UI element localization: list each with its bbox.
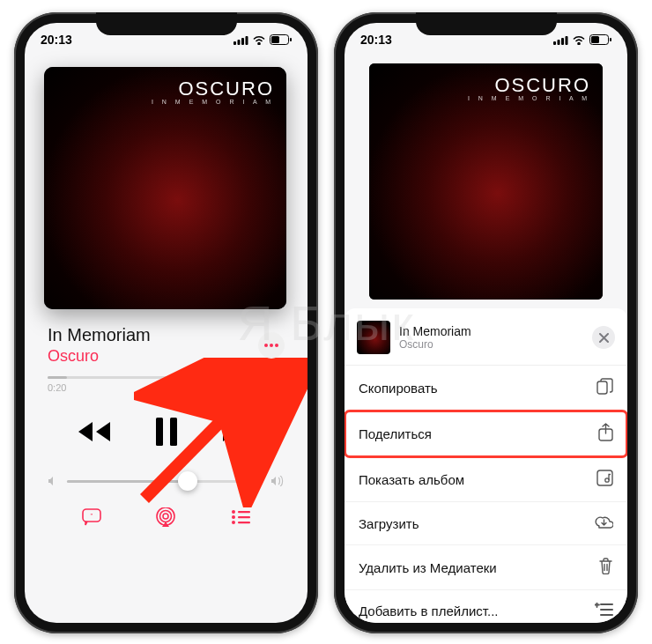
svg-rect-24 xyxy=(553,41,556,45)
menu-item-label: Поделиться xyxy=(359,426,432,441)
mini-album-art xyxy=(357,321,390,354)
album-subtitle: I N M E M O R I A M xyxy=(468,95,590,101)
menu-item-download[interactable]: Загрузить xyxy=(345,502,627,545)
copy-icon xyxy=(596,378,613,397)
screen-left: 20:13 OSCURO I N M E M O R I A M In Memo… xyxy=(25,23,307,623)
svg-point-15 xyxy=(160,511,172,522)
screen-right: 20:13 OSCURO I N M E M O R I A M In Memo… xyxy=(345,23,627,623)
album-subtitle: I N M E M O R I A M xyxy=(152,99,274,105)
rewind-icon xyxy=(77,420,112,443)
phone-frame-left: 20:13 OSCURO I N M E M O R I A M In Memo… xyxy=(14,12,318,633)
menu-item-share[interactable]: Поделиться xyxy=(345,411,627,457)
rewind-button[interactable] xyxy=(77,420,112,443)
track-title: In Memoriam xyxy=(48,325,151,345)
menu-item-label: Показать альбом xyxy=(359,472,464,487)
svg-rect-36 xyxy=(600,609,613,611)
close-button[interactable] xyxy=(592,326,615,349)
download-icon xyxy=(595,514,613,532)
forward-button[interactable] xyxy=(221,420,256,443)
svg-point-7 xyxy=(264,344,268,347)
svg-rect-22 xyxy=(238,522,250,523)
close-icon xyxy=(599,333,609,343)
cellular-icon xyxy=(233,35,248,45)
queue-button[interactable] xyxy=(231,510,250,524)
menu-item-label: Удалить из Медиатеки xyxy=(359,560,497,575)
svg-rect-6 xyxy=(290,38,292,41)
status-indicators xyxy=(553,34,611,45)
cellular-icon xyxy=(553,35,568,45)
status-indicators xyxy=(233,34,292,45)
airplay-icon xyxy=(155,507,176,527)
pause-button[interactable] xyxy=(154,418,179,446)
notch xyxy=(96,12,237,35)
album-art-background: OSCURO I N M E M O R I A M xyxy=(369,63,603,300)
battery-icon xyxy=(589,34,611,45)
menu-item-trash[interactable]: Удалить из Медиатеки xyxy=(345,545,627,590)
menu-item-label: Добавить в плейлист... xyxy=(359,603,499,618)
svg-rect-0 xyxy=(233,41,236,45)
trash-icon xyxy=(598,558,613,577)
menu-item-label: Скопировать xyxy=(359,381,438,396)
svg-rect-37 xyxy=(600,614,613,616)
track-artist[interactable]: Oscuro xyxy=(48,347,151,366)
svg-rect-18 xyxy=(238,511,250,513)
svg-rect-1 xyxy=(238,40,241,45)
svg-rect-30 xyxy=(610,38,611,41)
menu-item-label: Загрузить xyxy=(359,516,419,531)
share-icon xyxy=(598,423,613,444)
svg-point-8 xyxy=(270,344,273,347)
more-button[interactable] xyxy=(258,332,285,359)
svg-point-19 xyxy=(232,515,235,519)
sheet-subtitle: Oscuro xyxy=(399,338,471,351)
svg-rect-29 xyxy=(591,36,599,43)
wifi-icon xyxy=(252,35,266,45)
lyrics-icon: " xyxy=(82,508,101,526)
album-logo: OSCURO xyxy=(468,74,590,97)
svg-rect-25 xyxy=(558,40,560,45)
time-elapsed: 0:20 xyxy=(48,382,66,393)
album-art-large[interactable]: OSCURO I N M E M O R I A M xyxy=(44,67,286,309)
svg-rect-10 xyxy=(156,418,163,446)
status-time: 20:13 xyxy=(360,33,392,47)
menu-item-copy[interactable]: Скопировать xyxy=(345,366,627,411)
playlist-icon xyxy=(595,603,613,619)
volume-high-icon xyxy=(270,476,285,486)
svg-rect-5 xyxy=(271,36,279,43)
lyrics-button[interactable]: " xyxy=(82,508,101,526)
album-logo: OSCURO xyxy=(152,78,274,100)
phone-frame-right: 20:13 OSCURO I N M E M O R I A M In Memo… xyxy=(334,12,638,633)
battery-icon xyxy=(270,34,292,45)
svg-rect-26 xyxy=(561,38,564,45)
progress-slider[interactable]: 0:20 -3:58 xyxy=(25,373,307,393)
svg-rect-11 xyxy=(170,418,177,446)
volume-slider[interactable] xyxy=(25,458,307,486)
menu-item-playlist[interactable]: Добавить в плейлист... xyxy=(345,590,627,623)
ellipsis-icon xyxy=(264,344,278,347)
svg-point-9 xyxy=(275,344,278,347)
pause-icon xyxy=(154,418,179,446)
svg-text:": " xyxy=(90,512,93,520)
svg-rect-35 xyxy=(600,603,613,605)
svg-rect-2 xyxy=(241,38,244,45)
svg-rect-20 xyxy=(238,516,250,518)
sheet-title: In Memoriam xyxy=(399,324,471,338)
svg-point-17 xyxy=(232,510,235,514)
album-icon xyxy=(596,470,613,489)
wifi-icon xyxy=(572,35,586,45)
queue-icon xyxy=(231,510,250,524)
volume-low-icon xyxy=(48,476,58,486)
svg-point-21 xyxy=(232,521,235,524)
svg-rect-27 xyxy=(566,36,568,45)
action-sheet: In Memoriam Oscuro СкопироватьПоделиться… xyxy=(345,308,627,623)
notch xyxy=(416,12,557,35)
menu-item-album[interactable]: Показать альбом xyxy=(345,457,627,502)
forward-icon xyxy=(221,420,256,443)
time-remaining: -3:58 xyxy=(263,382,285,393)
svg-rect-31 xyxy=(597,381,607,394)
svg-rect-3 xyxy=(246,36,248,45)
svg-rect-33 xyxy=(597,470,612,485)
svg-point-14 xyxy=(163,514,168,519)
airplay-button[interactable] xyxy=(155,507,176,527)
status-time: 20:13 xyxy=(41,33,72,47)
